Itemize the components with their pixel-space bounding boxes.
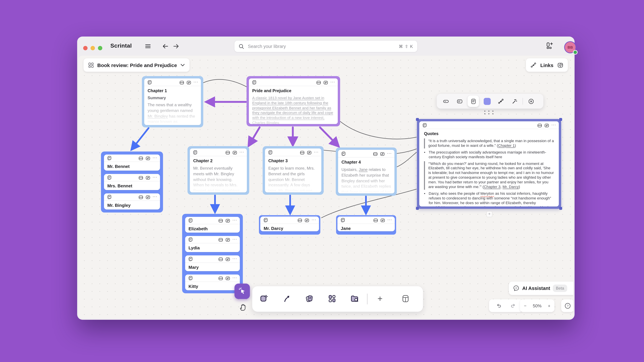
resize-handle[interactable] (559, 207, 562, 210)
more-options-icon[interactable]: ··· (232, 257, 237, 261)
collapse-card-icon[interactable] (298, 218, 302, 222)
more-options-icon[interactable]: ··· (330, 80, 335, 84)
expand-card-icon[interactable] (226, 218, 230, 223)
expand-card-icon[interactable] (380, 218, 385, 222)
collapse-card-icon[interactable] (180, 80, 184, 84)
link-chapter-1[interactable]: Chapter 1 (498, 143, 515, 147)
undo-icon[interactable] (496, 303, 502, 309)
library-search-tool[interactable] (347, 291, 362, 306)
expand-card-icon[interactable] (304, 218, 309, 222)
more-options-icon[interactable]: ··· (232, 218, 237, 223)
view-compact-icon[interactable] (454, 95, 465, 107)
ai-assistant-button[interactable]: AI AI Assistant Beta (509, 282, 573, 295)
more-options-icon[interactable]: ··· (312, 218, 316, 222)
card-kitty[interactable]: ··· Kitty (185, 275, 240, 291)
collapse-card-icon[interactable] (138, 175, 143, 180)
group-bennet-family[interactable]: ··· Mr. Bennet ··· Mrs. Bennet ··· Mr. B… (101, 151, 163, 213)
expand-card-icon[interactable] (226, 257, 230, 261)
expand-card-icon[interactable] (307, 150, 312, 154)
resize-handle[interactable] (559, 118, 562, 121)
expand-card-icon[interactable] (232, 150, 237, 154)
resize-handle[interactable] (416, 207, 419, 210)
more-options-icon[interactable]: ··· (314, 150, 319, 154)
link-jane[interactable]: Jane (359, 167, 368, 172)
card-elizabeth[interactable]: ··· Elizabeth (185, 217, 240, 233)
select-tool[interactable] (234, 284, 250, 299)
chevron-down-icon[interactable] (180, 62, 185, 68)
card-chapter-2[interactable]: ··· Chapter 2 Mr. Bennet eventually meet… (188, 146, 249, 195)
cards-tool[interactable] (302, 291, 317, 306)
card-lydia[interactable]: ··· Lydia (185, 236, 240, 252)
connector-tool[interactable] (279, 291, 294, 306)
back-arrow-icon[interactable] (162, 42, 169, 50)
zoom-in-button[interactable]: + (548, 303, 550, 308)
more-options-icon[interactable]: ··· (552, 123, 556, 127)
collapse-card-icon[interactable] (218, 257, 223, 261)
expand-card-icon[interactable] (146, 175, 150, 180)
collapse-card-icon[interactable] (373, 218, 378, 222)
board-canvas[interactable]: Book review: Pride and Prejudice Links (78, 56, 573, 319)
card-mrs-bennet[interactable]: ··· Mrs. Bennet (104, 174, 160, 190)
resize-handle[interactable] (416, 118, 419, 121)
card-chapter-3[interactable]: ··· Chapter 3 Eager to learn more, Mrs. … (263, 146, 324, 195)
more-options-icon[interactable]: ··· (232, 276, 237, 280)
view-full-icon[interactable] (468, 95, 479, 107)
more-options-icon[interactable]: ··· (232, 238, 237, 242)
group-bennet-daughters[interactable]: ··· Elizabeth ··· Lydia ··· Mary (182, 214, 243, 293)
card-body-text[interactable]: A classic 1813 novel by Jane Austen set … (252, 95, 334, 124)
card-mr-bennet[interactable]: ··· Mr. Bennet (104, 155, 160, 171)
zoom-out-button[interactable]: − (524, 303, 526, 308)
collapse-card-icon[interactable] (300, 150, 304, 154)
more-options-icon[interactable]: ··· (240, 150, 244, 154)
redo-icon[interactable] (510, 303, 516, 309)
card-chapter-4[interactable]: ··· Chapter 4 Upstairs, Jane relates to … (336, 147, 397, 196)
card-color-swatch[interactable] (481, 95, 493, 107)
expand-card-icon[interactable] (186, 80, 191, 84)
minimize-window-button[interactable] (90, 46, 95, 50)
new-card-icon[interactable] (546, 42, 554, 49)
more-options-icon[interactable]: ··· (388, 218, 392, 222)
more-options-icon[interactable]: ··· (152, 195, 157, 199)
search-input[interactable] (247, 43, 399, 49)
expand-card-icon[interactable] (323, 80, 328, 84)
link-mr-darcy[interactable]: Mr. Darcy (502, 185, 519, 189)
expand-card-icon[interactable] (544, 123, 549, 127)
expand-card-icon[interactable] (226, 276, 230, 280)
collapse-card-icon[interactable] (218, 238, 223, 242)
view-collapsed-icon[interactable] (440, 95, 452, 107)
layout-tool[interactable] (398, 291, 413, 306)
card-quotes[interactable]: ··· Quotes “It is a truth universally ac… (417, 119, 561, 209)
link-mr-bingley[interactable]: Mr. Bingley (148, 114, 168, 118)
connections-icon[interactable] (495, 95, 506, 107)
collapse-card-icon[interactable] (537, 123, 542, 127)
close-window-button[interactable] (83, 46, 88, 50)
help-button[interactable]: ? (561, 299, 573, 312)
collapse-card-icon[interactable] (373, 151, 378, 156)
add-tool[interactable]: + (372, 291, 388, 306)
collapse-card-icon[interactable] (226, 150, 230, 154)
collapse-card-icon[interactable] (138, 195, 143, 199)
more-options-icon[interactable]: ··· (152, 156, 157, 160)
new-card-tool[interactable] (256, 291, 272, 306)
card-pride-and-prejudice[interactable]: ··· Pride and Prejudice A classic 1813 n… (246, 76, 340, 126)
quotes-body[interactable]: Quotes “It is a truth universally acknow… (419, 129, 559, 206)
card-mr-darcy[interactable]: ··· Mr. Darcy (259, 215, 320, 235)
close-toolbar-icon[interactable] (525, 95, 537, 107)
magic-wand-icon[interactable] (509, 95, 520, 107)
forward-arrow-icon[interactable] (172, 42, 180, 50)
add-block-button[interactable]: + (486, 211, 492, 217)
boards-tool[interactable] (324, 291, 340, 306)
pan-hand-tool[interactable] (235, 300, 250, 315)
collapse-card-icon[interactable] (316, 80, 321, 84)
card-mary[interactable]: ··· Mary (185, 255, 240, 271)
more-options-icon[interactable]: ··· (194, 80, 198, 84)
open-sidebar-icon[interactable] (558, 62, 563, 68)
collapse-card-icon[interactable] (218, 218, 223, 223)
links-panel-toggle[interactable]: Links (526, 58, 568, 72)
expand-card-icon[interactable] (146, 195, 150, 199)
link-chapter-3[interactable]: Chapter 3 (484, 185, 500, 189)
more-options-icon[interactable]: ··· (387, 151, 392, 156)
expand-card-icon[interactable] (226, 238, 230, 242)
zoom-window-button[interactable] (98, 46, 102, 50)
toolbar-drag-handle[interactable] (484, 111, 494, 115)
